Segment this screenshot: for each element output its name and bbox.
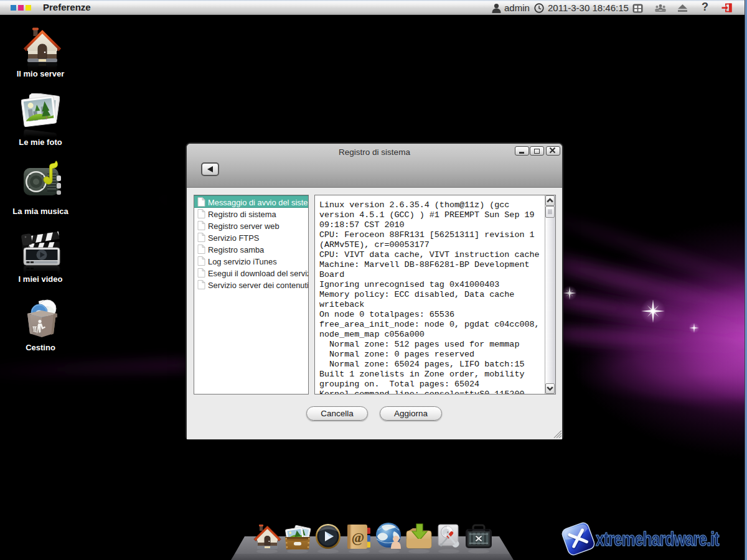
svg-text:@: @: [352, 530, 364, 545]
